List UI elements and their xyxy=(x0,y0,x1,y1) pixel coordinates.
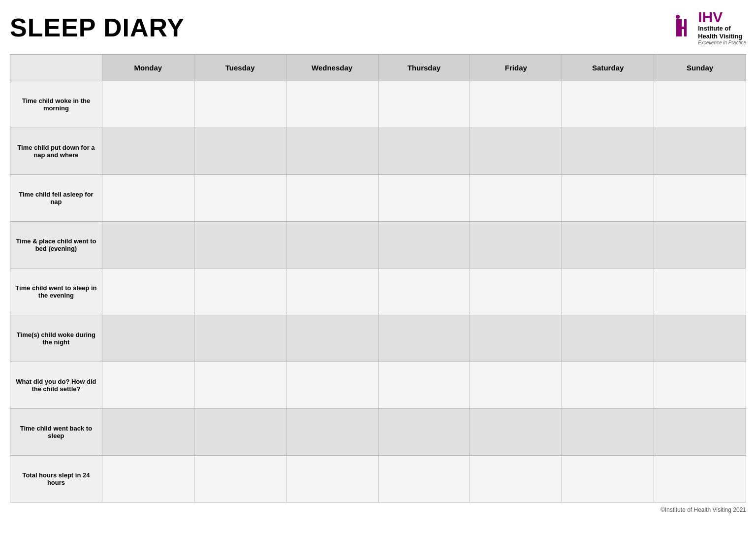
data-cell-r4-c0[interactable] xyxy=(102,268,194,315)
data-cell-r3-c6[interactable] xyxy=(654,222,746,268)
data-cell-r7-c0[interactable] xyxy=(102,409,194,456)
data-cell-r8-c2[interactable] xyxy=(286,456,378,502)
data-cell-r5-c4[interactable] xyxy=(470,315,562,362)
data-cell-r0-c6[interactable] xyxy=(654,81,746,128)
logo-line3: Excellence in Practice xyxy=(698,40,746,45)
data-cell-r6-c0[interactable] xyxy=(102,362,194,409)
data-cell-r2-c4[interactable] xyxy=(470,175,562,222)
data-cell-r6-c6[interactable] xyxy=(654,362,746,409)
table-row: Time(s) child woke during the night xyxy=(10,315,746,362)
data-cell-r7-c3[interactable] xyxy=(378,409,470,456)
data-cell-r3-c2[interactable] xyxy=(286,222,378,268)
data-cell-r6-c4[interactable] xyxy=(470,362,562,409)
data-cell-r8-c1[interactable] xyxy=(194,456,286,502)
table-row: Time child fell asleep for nap xyxy=(10,175,746,222)
data-cell-r5-c5[interactable] xyxy=(562,315,654,362)
logo-text: IHV Institute of Health Visiting Excelle… xyxy=(698,10,746,45)
data-cell-r4-c6[interactable] xyxy=(654,268,746,315)
data-cell-r4-c1[interactable] xyxy=(194,268,286,315)
data-cell-r1-c6[interactable] xyxy=(654,128,746,175)
data-cell-r7-c6[interactable] xyxy=(654,409,746,456)
data-cell-r0-c4[interactable] xyxy=(470,81,562,128)
row-label-2: Time child fell asleep for nap xyxy=(10,175,102,222)
data-cell-r3-c4[interactable] xyxy=(470,222,562,268)
data-cell-r8-c4[interactable] xyxy=(470,456,562,502)
header-wednesday: Wednesday xyxy=(286,55,378,81)
data-cell-r6-c1[interactable] xyxy=(194,362,286,409)
data-cell-r0-c2[interactable] xyxy=(286,81,378,128)
table-row: Time & place child went to bed (evening) xyxy=(10,222,746,268)
header-tuesday: Tuesday xyxy=(194,55,286,81)
data-cell-r7-c5[interactable] xyxy=(562,409,654,456)
footer: ©Institute of Health Visiting 2021 xyxy=(10,506,746,513)
data-cell-r5-c6[interactable] xyxy=(654,315,746,362)
data-cell-r4-c5[interactable] xyxy=(562,268,654,315)
data-cell-r1-c2[interactable] xyxy=(286,128,378,175)
table-row: Time child went back to sleep xyxy=(10,409,746,456)
header-sunday: Sunday xyxy=(654,55,746,81)
logo-area: IHV Institute of Health Visiting Excelle… xyxy=(668,10,746,45)
data-cell-r7-c2[interactable] xyxy=(286,409,378,456)
data-cell-r3-c3[interactable] xyxy=(378,222,470,268)
row-label-4: Time child went to sleep in the evening xyxy=(10,268,102,315)
logo-line2: Health Visiting xyxy=(698,33,746,40)
data-cell-r8-c0[interactable] xyxy=(102,456,194,502)
row-label-1: Time child put down for a nap and where xyxy=(10,128,102,175)
data-cell-r0-c3[interactable] xyxy=(378,81,470,128)
data-cell-r6-c3[interactable] xyxy=(378,362,470,409)
data-cell-r8-c3[interactable] xyxy=(378,456,470,502)
header-saturday: Saturday xyxy=(562,55,654,81)
row-label-7: Time child went back to sleep xyxy=(10,409,102,456)
data-cell-r1-c0[interactable] xyxy=(102,128,194,175)
header-friday: Friday xyxy=(470,55,562,81)
row-label-0: Time child woke in the morning xyxy=(10,81,102,128)
table-row: Time child put down for a nap and where xyxy=(10,128,746,175)
header-thursday: Thursday xyxy=(378,55,470,81)
data-cell-r5-c2[interactable] xyxy=(286,315,378,362)
data-cell-r3-c0[interactable] xyxy=(102,222,194,268)
data-cell-r5-c3[interactable] xyxy=(378,315,470,362)
data-cell-r4-c2[interactable] xyxy=(286,268,378,315)
data-cell-r1-c3[interactable] xyxy=(378,128,470,175)
data-cell-r1-c1[interactable] xyxy=(194,128,286,175)
data-cell-r2-c6[interactable] xyxy=(654,175,746,222)
ihv-logo-icon xyxy=(668,14,695,41)
data-cell-r6-c5[interactable] xyxy=(562,362,654,409)
svg-rect-4 xyxy=(684,19,687,36)
data-cell-r8-c6[interactable] xyxy=(654,456,746,502)
row-label-8: Total hours slept in 24 hours xyxy=(10,456,102,502)
data-cell-r0-c1[interactable] xyxy=(194,81,286,128)
header-label-col xyxy=(10,55,102,81)
logo-letters: IHV xyxy=(698,10,746,25)
data-cell-r3-c1[interactable] xyxy=(194,222,286,268)
data-cell-r6-c2[interactable] xyxy=(286,362,378,409)
data-cell-r3-c5[interactable] xyxy=(562,222,654,268)
data-cell-r2-c1[interactable] xyxy=(194,175,286,222)
data-cell-r5-c1[interactable] xyxy=(194,315,286,362)
data-cell-r1-c4[interactable] xyxy=(470,128,562,175)
data-cell-r2-c0[interactable] xyxy=(102,175,194,222)
table-header-row: Monday Tuesday Wednesday Thursday Friday… xyxy=(10,55,746,81)
data-cell-r0-c5[interactable] xyxy=(562,81,654,128)
data-cell-r8-c5[interactable] xyxy=(562,456,654,502)
row-label-6: What did you do? How did the child settl… xyxy=(10,362,102,409)
data-cell-r4-c3[interactable] xyxy=(378,268,470,315)
footer-text: ©Institute of Health Visiting 2021 xyxy=(661,506,746,513)
header-monday: Monday xyxy=(102,55,194,81)
data-cell-r1-c5[interactable] xyxy=(562,128,654,175)
table-row: Time child woke in the morning xyxy=(10,81,746,128)
page-header: SLEEP DIARY IHV Institute of Health Visi… xyxy=(10,10,746,45)
data-cell-r2-c2[interactable] xyxy=(286,175,378,222)
data-cell-r5-c0[interactable] xyxy=(102,315,194,362)
svg-rect-1 xyxy=(676,19,679,36)
data-cell-r0-c0[interactable] xyxy=(102,81,194,128)
data-cell-r2-c5[interactable] xyxy=(562,175,654,222)
row-label-5: Time(s) child woke during the night xyxy=(10,315,102,362)
table-row: Time child went to sleep in the evening xyxy=(10,268,746,315)
svg-point-0 xyxy=(676,15,680,19)
data-cell-r2-c3[interactable] xyxy=(378,175,470,222)
data-cell-r7-c4[interactable] xyxy=(470,409,562,456)
data-cell-r4-c4[interactable] xyxy=(470,268,562,315)
logo-line1: Institute of xyxy=(698,25,746,33)
data-cell-r7-c1[interactable] xyxy=(194,409,286,456)
